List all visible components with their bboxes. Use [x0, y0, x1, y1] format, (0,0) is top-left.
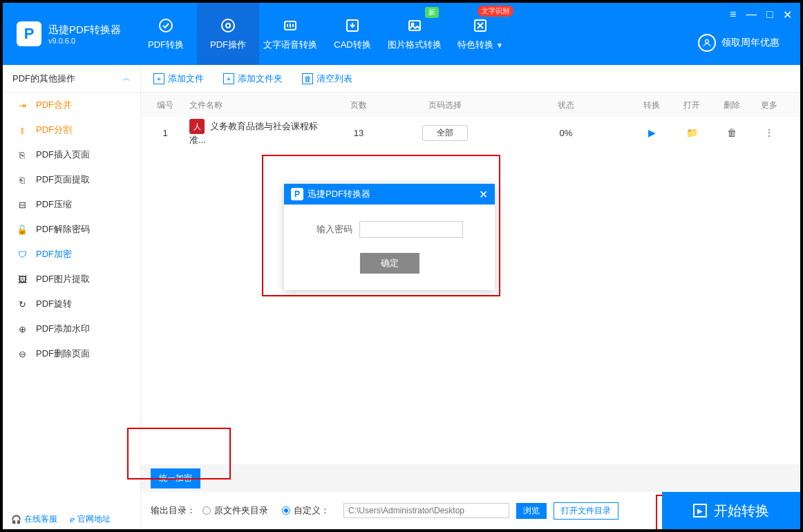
dialog-header: P迅捷PDF转换器 ✕ — [284, 184, 495, 205]
footer-bar: 输出目录： 原文件夹目录 自定义： 浏览 打开文件目录 ▶ 开始转换 — [141, 492, 800, 529]
new-badge: 新 — [425, 7, 439, 18]
sidebar-item-insert[interactable]: ⎘PDF插入页面 — [3, 142, 140, 167]
tab-special[interactable]: 文字识别 特色转换▼ — [446, 3, 515, 65]
dialog-close-icon[interactable]: ✕ — [479, 188, 488, 201]
svg-rect-5 — [409, 21, 420, 30]
sidebar-item-watermark[interactable]: ⊕PDF添加水印 — [3, 316, 140, 341]
top-tabs: PDF转换 PDF操作 文字语音转换 CAD转换 新 图片格式转换 文字识别 特… — [135, 3, 515, 65]
sidebar-item-extract[interactable]: ⎗PDF页面提取 — [3, 167, 140, 192]
gear-icon — [219, 17, 237, 35]
merge-icon: ⇥ — [17, 99, 28, 111]
split-icon: ⫿ — [17, 124, 28, 135]
table-header: 编号 文件名称 页数 页码选择 状态 转换 打开 删除 更多 — [141, 93, 800, 117]
svg-point-0 — [160, 19, 172, 32]
tab-pdf-operate[interactable]: PDF操作 — [197, 3, 259, 65]
file-toolbar: +添加文件 +添加文件夹 🗑清空列表 — [141, 65, 800, 93]
unify-encrypt-button[interactable]: 统一加密 — [151, 468, 200, 488]
output-path-input[interactable] — [343, 503, 509, 518]
logo-block: P 迅捷PDF转换器 v9.0.6.0 — [3, 21, 135, 46]
more-icon[interactable]: ⋮ — [764, 127, 774, 138]
refresh-icon — [157, 17, 175, 35]
sidebar-item-rotate[interactable]: ↻PDF旋转 — [3, 292, 140, 316]
tab-pdf-convert[interactable]: PDF转换 — [135, 3, 197, 65]
headset-icon: 🎧 — [11, 515, 21, 524]
footer-links: 🎧在线客服 ℯ官网地址 — [11, 513, 111, 525]
add-file-button[interactable]: +添加文件 — [153, 73, 204, 85]
watermark-icon: ⊕ — [17, 323, 28, 334]
svg-point-1 — [222, 19, 234, 32]
password-label: 输入密码 — [317, 223, 352, 236]
row-delete-icon[interactable]: 🗑 — [727, 127, 737, 138]
start-convert-button[interactable]: ▶ 开始转换 — [662, 492, 800, 529]
pdf-icon: 人 — [189, 119, 205, 134]
open-dir-button[interactable]: 打开文件目录 — [554, 502, 618, 520]
password-dialog: P迅捷PDF转换器 ✕ 输入密码 确定 — [284, 184, 495, 290]
sidebar-item-split[interactable]: ⫿PDF分割 — [3, 117, 140, 142]
svg-point-2 — [226, 23, 230, 28]
extract-icon: ⎗ — [17, 174, 28, 185]
play-icon[interactable]: ▶ — [648, 127, 656, 138]
window-controls: ≡ — □ ✕ — [730, 8, 792, 21]
open-folder-icon[interactable]: 📁 — [686, 127, 698, 138]
maximize-icon[interactable]: □ — [766, 8, 773, 21]
sidebar-header[interactable]: PDF的其他操作 ︿ — [3, 65, 140, 93]
user-icon — [698, 34, 716, 52]
close-icon[interactable]: ✕ — [783, 8, 792, 21]
menu-icon[interactable]: ≡ — [730, 8, 736, 21]
shield-icon: 🛡 — [17, 249, 28, 260]
sparkle-icon — [471, 17, 489, 35]
tab-text-voice[interactable]: 文字语音转换 — [259, 3, 321, 65]
svg-point-8 — [706, 39, 709, 43]
password-input[interactable] — [359, 221, 463, 238]
picture-icon: 🖼 — [17, 274, 28, 285]
insert-icon: ⎘ — [17, 149, 28, 160]
wave-icon — [281, 17, 299, 35]
sidebar: PDF的其他操作 ︿ ⇥PDF合并 ⫿PDF分割 ⎘PDF插入页面 ⎗PDF页面… — [3, 65, 141, 529]
app-header: P 迅捷PDF转换器 v9.0.6.0 PDF转换 PDF操作 文字语音转换 C… — [3, 3, 800, 65]
page-select-button[interactable]: 全部 — [422, 125, 468, 141]
dialog-ok-button[interactable]: 确定 — [360, 253, 419, 274]
app-title: 迅捷PDF转换器 — [48, 23, 121, 37]
dialog-logo-icon: P — [291, 188, 303, 200]
rotate-icon: ↻ — [17, 298, 28, 310]
clear-list-button[interactable]: 🗑清空列表 — [302, 73, 352, 85]
chevron-up-icon: ︿ — [122, 73, 131, 84]
download-icon — [343, 17, 361, 35]
table-row[interactable]: 1 人义务教育品德与社会课程标准... 13 全部 0% ▶ 📁 🗑 ⋮ — [141, 117, 800, 148]
add-folder-button[interactable]: +添加文件夹 — [223, 73, 283, 85]
output-label: 输出目录： — [151, 504, 196, 517]
content-area: +添加文件 +添加文件夹 🗑清空列表 编号 文件名称 页数 页码选择 状态 转换… — [141, 65, 800, 529]
plus-icon: + — [153, 73, 164, 84]
globe-icon: ℯ — [70, 515, 75, 524]
sidebar-item-encrypt[interactable]: 🛡PDF加密 — [3, 242, 140, 267]
image-icon — [406, 17, 424, 35]
minimize-icon[interactable]: — — [746, 8, 757, 21]
unlock-icon: 🔓 — [17, 224, 28, 235]
delete-page-icon: ⊖ — [17, 348, 28, 359]
folder-plus-icon: + — [223, 73, 234, 84]
compress-icon: ⊟ — [17, 199, 28, 210]
tab-image-format[interactable]: 新 图片格式转换 — [384, 3, 446, 65]
sidebar-item-delete-page[interactable]: ⊖PDF删除页面 — [3, 341, 140, 366]
online-service-link[interactable]: 🎧在线客服 — [11, 513, 57, 525]
official-site-link[interactable]: ℯ官网地址 — [70, 513, 111, 525]
radio-custom-folder[interactable]: 自定义： — [282, 504, 330, 517]
app-version: v9.0.6.0 — [48, 37, 121, 45]
browse-button[interactable]: 浏览 — [516, 503, 547, 519]
promo-link[interactable]: 领取周年优惠 — [698, 34, 780, 52]
trash-icon: 🗑 — [302, 73, 313, 84]
sidebar-item-img-extract[interactable]: 🖼PDF图片提取 — [3, 267, 140, 292]
sidebar-item-merge[interactable]: ⇥PDF合并 — [3, 93, 140, 117]
app-logo-icon: P — [17, 21, 41, 46]
play-box-icon: ▶ — [693, 504, 707, 517]
tab-cad[interactable]: CAD转换 — [321, 3, 384, 65]
options-bar: 统一加密 — [141, 464, 800, 492]
ocr-badge: 文字识别 — [478, 6, 513, 17]
radio-original-folder[interactable]: 原文件夹目录 — [202, 504, 268, 517]
sidebar-item-compress[interactable]: ⊟PDF压缩 — [3, 192, 140, 217]
sidebar-item-unlock[interactable]: 🔓PDF解除密码 — [3, 217, 140, 242]
